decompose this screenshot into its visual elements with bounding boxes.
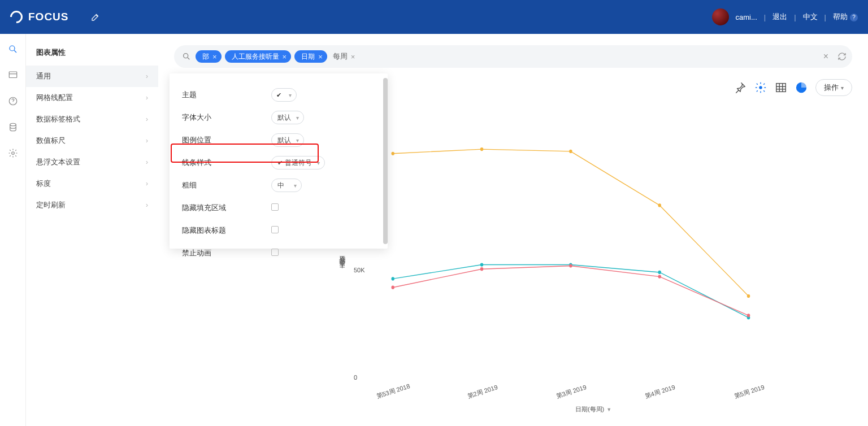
rail-pinboard-icon[interactable] — [8, 70, 18, 80]
linestyle-label: 线条样式 — [182, 158, 271, 168]
hidetitle-label: 隐藏图表标题 — [182, 225, 271, 236]
svg-point-21 — [391, 286, 394, 289]
linestyle-select[interactable]: ✔普通符号▾ — [271, 156, 325, 169]
chart-properties-panel: 主题 ✔ ▾ 字体大小 默认▾ 图例位置 默认▾ 线条样式 ✔普通符号▾ 粗细 … — [170, 73, 388, 249]
y-tick: 0 — [354, 374, 357, 381]
noanim-label: 禁止动画 — [182, 248, 271, 258]
table-icon[interactable] — [775, 81, 787, 94]
sidebar-title: 图表属性 — [26, 34, 158, 66]
refresh-icon[interactable] — [837, 52, 847, 61]
brand-text: FOCUS — [28, 11, 69, 23]
x-axis-label[interactable]: 日期(每周)▼ — [575, 405, 611, 414]
rail-data-icon[interactable] — [8, 122, 18, 132]
sidebar-item[interactable]: 定时刷新› — [26, 194, 158, 216]
logout-link[interactable]: 退出 — [772, 12, 787, 22]
svg-point-25 — [747, 314, 750, 317]
hidefill-checkbox[interactable] — [271, 203, 279, 211]
lang-link[interactable]: 中文 — [803, 12, 818, 22]
fontsize-select[interactable]: 默认▾ — [271, 111, 304, 124]
svg-point-14 — [658, 203, 661, 207]
svg-point-11 — [391, 152, 394, 155]
thickness-label: 粗细 — [182, 180, 271, 190]
help-icon: ? — [850, 14, 858, 21]
chart-area: 人工服务接听量 客服A部客服B部客服C部 050K 第53周 2018第2周 2… — [341, 136, 845, 415]
topnav-right: cami... | 退出 | 中文 | 帮助? — [712, 8, 858, 25]
help-link[interactable]: 帮助? — [833, 12, 858, 22]
x-tick: 第5周 2019 — [733, 383, 766, 401]
thickness-select[interactable]: 中▾ — [271, 179, 302, 192]
rail-help-icon[interactable] — [8, 96, 18, 106]
brand: FOCUS — [10, 11, 69, 23]
brand-logo-icon — [7, 8, 25, 25]
sidebar-item[interactable]: 数值标尺› — [26, 130, 158, 151]
rail-search-icon[interactable] — [8, 44, 18, 54]
pill-remove-icon[interactable]: × — [212, 53, 217, 61]
hidetitle-checkbox[interactable] — [271, 226, 279, 233]
sidebar-item[interactable]: 标度› — [26, 173, 158, 194]
theme-select[interactable]: ✔ ▾ — [271, 88, 297, 102]
fontsize-label: 字体大小 — [182, 112, 271, 123]
svg-point-22 — [480, 267, 484, 271]
x-tick: 第2周 2019 — [466, 383, 499, 401]
svg-point-12 — [480, 147, 484, 151]
rail-settings-icon[interactable] — [8, 148, 18, 158]
edit-icon[interactable] — [90, 12, 101, 22]
svg-point-19 — [658, 271, 661, 274]
svg-rect-10 — [776, 84, 786, 92]
svg-point-13 — [569, 150, 572, 153]
svg-point-23 — [569, 264, 572, 267]
left-rail — [0, 34, 26, 426]
svg-point-7 — [184, 54, 188, 58]
hidefill-label: 隐藏填充区域 — [182, 203, 271, 213]
theme-label: 主题 — [182, 90, 271, 100]
pill-remove-icon[interactable]: × — [283, 53, 287, 61]
svg-point-9 — [759, 86, 762, 89]
pin-icon[interactable] — [734, 81, 747, 94]
search-pill[interactable]: 人工服务接听量× — [225, 50, 292, 63]
sidebar-item[interactable]: 通用› — [26, 66, 158, 87]
line-chart — [366, 136, 766, 383]
search-icon — [182, 52, 191, 61]
sidebar-item[interactable]: 网格线配置› — [26, 87, 158, 108]
legendpos-select[interactable]: 默认▾ — [271, 133, 304, 147]
svg-point-4 — [12, 103, 13, 103]
search-pill[interactable]: 日期× — [294, 50, 327, 63]
svg-point-24 — [658, 275, 661, 278]
sidebar-item[interactable]: 数据标签格式› — [26, 108, 158, 130]
svg-point-16 — [391, 277, 394, 280]
y-axis-label: 人工服务接听量 — [338, 266, 346, 273]
search-plain-chip[interactable]: 每周× — [333, 51, 355, 62]
x-tick: 第4周 2019 — [644, 383, 676, 401]
avatar[interactable] — [712, 8, 729, 25]
search-pill[interactable]: 部× — [196, 50, 222, 63]
svg-point-17 — [480, 263, 484, 266]
config-icon[interactable] — [754, 81, 767, 94]
sidebar-item[interactable]: 悬浮文本设置› — [26, 151, 158, 173]
x-tick: 第3周 2019 — [555, 383, 588, 401]
svg-point-15 — [747, 294, 750, 298]
top-nav: FOCUS cami... | 退出 | 中文 | 帮助? — [0, 0, 868, 34]
svg-point-6 — [11, 152, 14, 155]
svg-line-1 — [14, 50, 16, 53]
svg-rect-2 — [9, 72, 17, 78]
username[interactable]: cami... — [736, 13, 757, 21]
chart-type-icon[interactable] — [795, 81, 808, 94]
svg-line-8 — [188, 58, 189, 59]
y-tick: 50K — [354, 267, 365, 273]
svg-point-5 — [10, 123, 16, 126]
search-bar[interactable]: 部×人工服务接听量×日期× 每周× × — [174, 45, 852, 68]
legendpos-label: 图例位置 — [182, 135, 271, 145]
operations-button[interactable]: 操作▾ — [815, 79, 852, 96]
clear-search-icon[interactable]: × — [823, 51, 828, 62]
noanim-checkbox[interactable] — [271, 249, 279, 256]
svg-point-0 — [10, 46, 15, 51]
pill-remove-icon[interactable]: × — [318, 53, 323, 61]
x-tick: 第53周 2018 — [375, 382, 411, 401]
sidebar: 图表属性 通用›网格线配置›数据标签格式›数值标尺›悬浮文本设置›标度›定时刷新… — [26, 34, 158, 426]
